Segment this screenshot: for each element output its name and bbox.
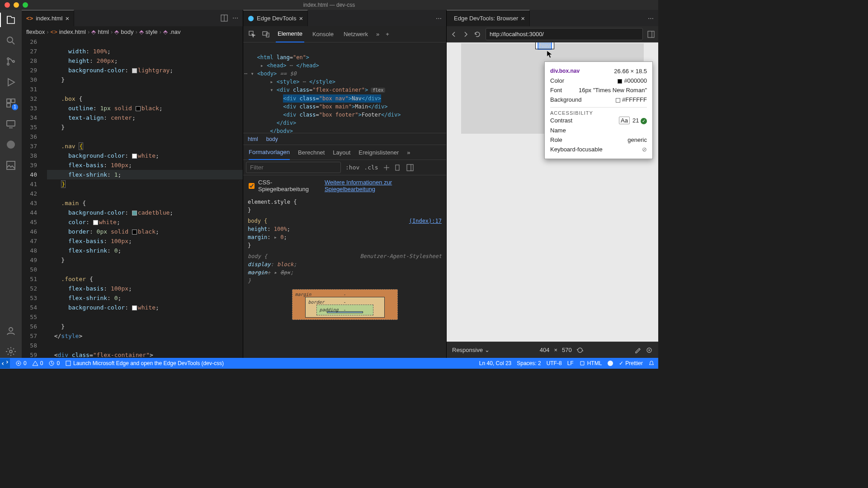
encoding-selector[interactable]: UTF-8 bbox=[547, 360, 562, 366]
svg-point-8 bbox=[7, 141, 15, 149]
edge-icon[interactable] bbox=[5, 138, 17, 151]
image-icon[interactable] bbox=[5, 159, 17, 172]
svg-rect-25 bbox=[66, 361, 71, 366]
explorer-icon[interactable] bbox=[5, 14, 17, 26]
warnings-count[interactable]: 0 bbox=[32, 360, 43, 366]
nav-highlight: Nav bbox=[538, 42, 551, 49]
scm-icon[interactable] bbox=[5, 55, 17, 68]
prettier-status[interactable]: ✓ Prettier bbox=[619, 360, 643, 366]
notifications-icon[interactable] bbox=[648, 360, 655, 366]
editor-tabbar: <> index.html × ⋯ bbox=[22, 10, 243, 26]
styles-filter-row: :hov .cls bbox=[243, 160, 446, 175]
svg-rect-20 bbox=[648, 31, 654, 38]
device-toolbar-icon[interactable] bbox=[262, 31, 269, 38]
close-tab-icon[interactable]: × bbox=[65, 14, 69, 22]
indent-selector[interactable]: Spaces: 2 bbox=[517, 360, 541, 366]
add-tab-icon[interactable]: + bbox=[386, 31, 389, 38]
styles-tabs: Formatvorlagen Berechnet Layout Ereignis… bbox=[243, 145, 446, 160]
window-title: index.html — dev-css bbox=[303, 2, 355, 8]
close-window-button[interactable] bbox=[5, 2, 10, 8]
language-mode[interactable]: HTML bbox=[579, 360, 602, 366]
html-file-icon: <> bbox=[51, 28, 57, 35]
code-content[interactable]: width: 100%; height: 200px; background-c… bbox=[47, 37, 243, 358]
tab-layout[interactable]: Layout bbox=[333, 149, 350, 156]
cursor-position[interactable]: Ln 40, Col 23 bbox=[479, 360, 511, 366]
panel-toggle-icon[interactable] bbox=[406, 164, 414, 171]
styles-pane[interactable]: element.style {} (Index):17body { height… bbox=[243, 196, 446, 358]
svg-point-2 bbox=[7, 63, 9, 65]
svg-rect-4 bbox=[7, 99, 10, 103]
svg-rect-7 bbox=[7, 121, 15, 126]
tab-elements[interactable]: Elemente bbox=[276, 26, 304, 42]
account-icon[interactable] bbox=[5, 324, 17, 337]
dom-breadcrumb[interactable]: html body bbox=[243, 133, 446, 145]
css-mirror-checkbox[interactable] bbox=[249, 183, 255, 189]
errors-count[interactable]: 0 bbox=[15, 360, 27, 366]
tab-label: index.html bbox=[36, 15, 62, 22]
more-tabs-icon[interactable]: » bbox=[407, 149, 410, 156]
window-titlebar: index.html — dev-css bbox=[0, 0, 658, 10]
device-icon[interactable] bbox=[395, 164, 402, 171]
settings-gear-icon[interactable] bbox=[5, 345, 17, 358]
svg-point-26 bbox=[608, 361, 613, 366]
ports-count[interactable]: 0 bbox=[48, 360, 60, 366]
css-mirror-row: CSS-Spiegelbearbeitung Weitere Informati… bbox=[243, 175, 446, 196]
maximize-window-button[interactable] bbox=[23, 2, 28, 8]
svg-point-11 bbox=[9, 350, 12, 353]
remote-icon[interactable] bbox=[5, 117, 17, 130]
cursor-icon bbox=[547, 50, 553, 58]
svg-point-13 bbox=[248, 15, 254, 21]
styles-filter-input[interactable] bbox=[246, 162, 341, 173]
inspector-dims: 26.66 × 18.5 bbox=[614, 68, 647, 75]
more-actions-icon[interactable]: ⋯ bbox=[232, 14, 238, 22]
forward-icon[interactable] bbox=[462, 31, 469, 38]
reload-icon[interactable] bbox=[474, 31, 481, 38]
dom-tree[interactable]: <html lang="en"> ▸ <head> ⋯ </head> ⋯ ▾ … bbox=[243, 42, 446, 133]
code-editor[interactable]: 2627282930313233343536373839404142434445… bbox=[22, 37, 243, 358]
tab-listeners[interactable]: Ereignislistener bbox=[359, 149, 399, 156]
css-mirror-link[interactable]: Weitere Informationen zur Spiegelbearbei… bbox=[325, 179, 441, 192]
edge-status-icon[interactable] bbox=[607, 360, 613, 366]
close-tab-icon[interactable]: × bbox=[299, 14, 303, 22]
more-actions-icon[interactable]: ⋯ bbox=[648, 15, 654, 22]
hov-toggle[interactable]: :hov bbox=[345, 164, 359, 171]
more-actions-icon[interactable]: ⋯ bbox=[436, 15, 442, 22]
url-input[interactable] bbox=[486, 28, 643, 40]
new-rule-icon[interactable] bbox=[383, 164, 390, 171]
element-inspector-popup: div.box.nav26.66 × 18.5 Color#000000 Fon… bbox=[544, 61, 653, 159]
status-launch-msg[interactable]: Launch Microsoft Edge and open the Edge … bbox=[65, 360, 224, 366]
eyedropper-icon[interactable] bbox=[634, 347, 641, 354]
device-mode-select[interactable]: Responsive ⌄ bbox=[452, 347, 490, 353]
split-editor-icon[interactable] bbox=[221, 14, 228, 22]
chevron-down-icon: ⌄ bbox=[485, 347, 490, 353]
breadcrumb[interactable]: flexbox› <>index.html› ⬘html› ⬘body› ⬘st… bbox=[22, 26, 243, 37]
extensions-icon[interactable]: 1 bbox=[5, 97, 17, 109]
viewport-height[interactable]: 570 bbox=[562, 347, 572, 353]
element-icon: ⬘ bbox=[163, 28, 168, 35]
editor-tab-index[interactable]: <> index.html × bbox=[22, 10, 74, 26]
svg-point-0 bbox=[7, 37, 13, 42]
back-icon[interactable] bbox=[450, 31, 458, 38]
inspect-element-icon[interactable] bbox=[249, 31, 256, 38]
element-icon: ⬘ bbox=[91, 28, 96, 35]
tab-styles[interactable]: Formatvorlagen bbox=[249, 145, 290, 160]
browser-panel: Edge DevTools: Browser × ⋯ Nav div.box.n… bbox=[447, 10, 658, 358]
debug-icon[interactable] bbox=[5, 76, 17, 89]
more-tabs-icon[interactable]: » bbox=[376, 31, 379, 38]
target-icon[interactable] bbox=[646, 347, 653, 354]
devtools-tab[interactable]: Edge DevTools × bbox=[243, 10, 308, 26]
minimize-window-button[interactable] bbox=[14, 2, 19, 8]
tab-console[interactable]: Konsole bbox=[311, 26, 335, 42]
close-tab-icon[interactable]: × bbox=[521, 14, 525, 22]
viewport-width[interactable]: 404 bbox=[540, 347, 550, 353]
rotate-icon[interactable] bbox=[576, 347, 584, 354]
remote-indicator[interactable] bbox=[0, 358, 10, 368]
cls-toggle[interactable]: .cls bbox=[364, 164, 378, 171]
svg-rect-6 bbox=[7, 103, 10, 107]
search-icon[interactable] bbox=[5, 34, 17, 47]
tab-network[interactable]: Netzwerk bbox=[342, 26, 370, 42]
browser-tab[interactable]: Edge DevTools: Browser × bbox=[447, 10, 530, 26]
devtools-dock-icon[interactable] bbox=[647, 31, 655, 38]
tab-computed[interactable]: Berechnet bbox=[298, 149, 325, 156]
eol-selector[interactable]: LF bbox=[567, 360, 574, 366]
